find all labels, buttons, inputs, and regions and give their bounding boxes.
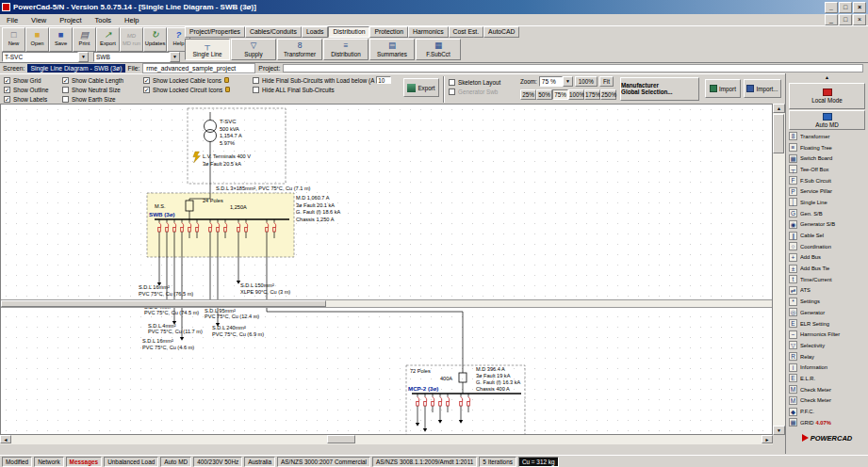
sidebar-tool-button[interactable]: ┬ Tee-Off Box — [787, 164, 867, 175]
toolbar-button[interactable]: ▤ Print — [73, 27, 96, 52]
status-segment[interactable]: 5 Iterations — [479, 457, 516, 467]
zoom-preset-button[interactable]: 75% — [552, 89, 568, 100]
toolbar-button[interactable]: ■ Open — [25, 27, 49, 52]
toolbar-button[interactable]: ■ Save — [49, 27, 73, 52]
toolbar-button[interactable]: MD MD run — [120, 27, 143, 52]
sidebar-tool-button[interactable]: ◆ P.F.C. — [787, 406, 867, 417]
module-tab[interactable]: Cables/Conduits — [245, 26, 302, 38]
status-segment[interactable]: Australia — [244, 457, 275, 467]
module-tab[interactable]: Loads — [302, 26, 329, 38]
sidebar-tool-button[interactable]: │ Single Line — [787, 197, 867, 208]
option-row[interactable]: Show Labels — [4, 94, 48, 104]
option-row[interactable]: Hide ALL Final Sub-Circuits — [253, 85, 391, 94]
close-button[interactable]: × — [853, 2, 866, 13]
checkbox[interactable] — [62, 96, 69, 103]
zoom-preset-button[interactable]: 175% — [584, 89, 600, 100]
sidebar-tool-button[interactable]: 8 Transformer — [787, 131, 867, 142]
view-button[interactable]: ≡ Distribution — [323, 39, 368, 60]
import-button[interactable]: Import — [705, 79, 741, 98]
sidebar-tool-button[interactable]: E ELR Setting — [787, 318, 867, 330]
sidebar-tool-button[interactable]: F F.Sub Circuit — [787, 175, 867, 186]
zoom-preset-button[interactable]: 250% — [600, 89, 616, 100]
scrollbar-thumb[interactable] — [773, 114, 784, 153]
checkbox[interactable] — [4, 96, 10, 103]
sidebar-tool-button[interactable]: ± Add Bus Tie — [787, 263, 867, 274]
scroll-down-icon[interactable]: ▼ — [773, 426, 785, 435]
screen-value[interactable]: Single Line Diagram - SWB (3ø) — [27, 64, 124, 72]
option-row[interactable]: Show Locked Circuit Icons — [143, 85, 230, 94]
view-button[interactable]: ▦ F.SubCct — [416, 39, 461, 60]
option-row[interactable]: Hide Final Sub-Circuits with Load below … — [253, 75, 391, 85]
toolbar-button[interactable]: □ New — [2, 27, 25, 52]
import-dialog-button[interactable]: Import... — [744, 79, 781, 98]
swb-board[interactable]: M.S. 24 Poles 1,250A SWB (3ø) — [147, 193, 294, 257]
zoom-fit-button[interactable]: Fit — [599, 76, 614, 87]
status-segment[interactable]: Messages — [66, 457, 103, 467]
scrollbar-thumb[interactable] — [327, 435, 355, 443]
status-segment[interactable]: AS/NZS 3008.1.1:2009/Amdt 1:2011 — [372, 457, 477, 467]
sidebar-tool-button[interactable]: + Add Bus — [787, 252, 867, 264]
export-button[interactable]: Export — [403, 78, 439, 97]
checkbox[interactable] — [62, 77, 69, 84]
transformer-symbol[interactable]: T-SVC 500 kVA 1,154.7 A 5.97% L.V. Termi… — [188, 108, 286, 193]
sidebar-tool-button[interactable]: ◉ Generator S/B — [787, 219, 867, 231]
sidebar-tool-button[interactable]: R Relay — [787, 351, 867, 362]
view-button[interactable]: ▤ Summaries — [369, 39, 415, 60]
option-row[interactable]: Show Cable Length — [62, 75, 123, 85]
status-segment[interactable]: Unbalanced Load — [104, 457, 158, 467]
checkbox[interactable] — [4, 77, 10, 84]
scroll-up-icon[interactable]: ▲ — [773, 104, 785, 113]
module-tab[interactable]: AutoCAD — [483, 26, 519, 38]
toolbar-button[interactable]: ↗ Export — [96, 27, 120, 52]
sidebar-tool-button[interactable]: ○ Coordination — [787, 241, 867, 252]
mdi-minimize-button[interactable]: _ — [825, 14, 838, 25]
checkbox[interactable] — [253, 87, 259, 93]
maximize-button[interactable]: □ — [839, 2, 852, 13]
pane-splitter-scrollbar[interactable] — [1, 299, 772, 308]
zoom-preset-button[interactable]: 50% — [536, 89, 552, 100]
option-row[interactable]: Show Grid — [4, 75, 48, 85]
status-segment[interactable]: AS/NZS 3000:2007 Commercial — [277, 457, 370, 467]
zoom-100-button[interactable]: 100% — [575, 76, 598, 87]
checkbox[interactable] — [143, 87, 150, 93]
auto-md-button[interactable]: Auto MD — [789, 110, 865, 130]
checkbox[interactable] — [4, 87, 10, 93]
status-segment[interactable]: Auto MD — [160, 457, 191, 467]
skeleton-layout-option[interactable]: Skeleton Layout — [449, 77, 500, 87]
dropdown-arrow-icon[interactable]: ▼ — [170, 52, 180, 62]
minimize-button[interactable]: _ — [825, 2, 838, 13]
menu-item[interactable]: Tools — [89, 15, 119, 25]
status-segment[interactable]: 400/230V 50Hz — [193, 457, 242, 467]
sidebar-tool-button[interactable]: P Service Pillar — [787, 185, 867, 197]
dropdown-arrow-icon[interactable]: ▼ — [563, 76, 573, 87]
zoom-select[interactable]: 75 % ▼ — [539, 76, 573, 87]
zoom-preset-button[interactable]: 100% — [568, 89, 584, 100]
scrollbar-thumb[interactable] — [1, 300, 326, 307]
module-tab[interactable]: Distribution — [328, 26, 369, 38]
scroll-left-icon[interactable]: ◄ — [0, 435, 11, 443]
option-row[interactable]: Show Outline — [4, 85, 48, 94]
mdi-restore-button[interactable]: □ — [839, 14, 852, 25]
module-tab[interactable]: Project/Properties — [185, 26, 245, 38]
module-tab[interactable]: Cost Est. — [449, 26, 484, 38]
menu-item[interactable]: Project — [53, 15, 88, 25]
menu-item[interactable]: File — [0, 15, 25, 25]
sidebar-tool-button[interactable]: t Time/Current — [787, 274, 867, 285]
view-button[interactable]: 8 Transformer — [277, 39, 322, 60]
sidebar-tool-button[interactable]: ▦ GRID4.07% — [787, 417, 867, 428]
view-button[interactable]: ┬ Single Line — [185, 39, 230, 60]
menu-item[interactable]: View — [25, 15, 53, 25]
sidebar-tool-button[interactable]: M Check Meter — [787, 384, 867, 395]
checkbox[interactable] — [253, 77, 259, 84]
sidebar-tool-button[interactable]: ≡ Floating Tree — [787, 142, 867, 153]
vertical-scrollbar[interactable]: ▲ ▼ — [773, 104, 785, 435]
module-tab[interactable]: Protection — [369, 26, 408, 38]
view-button[interactable]: ▽ Supply — [231, 39, 276, 60]
zoom-preset-button[interactable]: 25% — [520, 89, 536, 100]
status-segment[interactable]: Modified — [2, 457, 32, 467]
sidebar-tool-button[interactable]: E E.L.R. — [787, 373, 867, 384]
option-row[interactable]: Show Locked Cable Icons — [143, 75, 230, 85]
option-row[interactable]: Show Earth Size — [62, 94, 123, 104]
mdi-close-button[interactable]: × — [853, 14, 866, 25]
sidebar-tool-button[interactable]: ◎ Generator — [787, 307, 867, 318]
